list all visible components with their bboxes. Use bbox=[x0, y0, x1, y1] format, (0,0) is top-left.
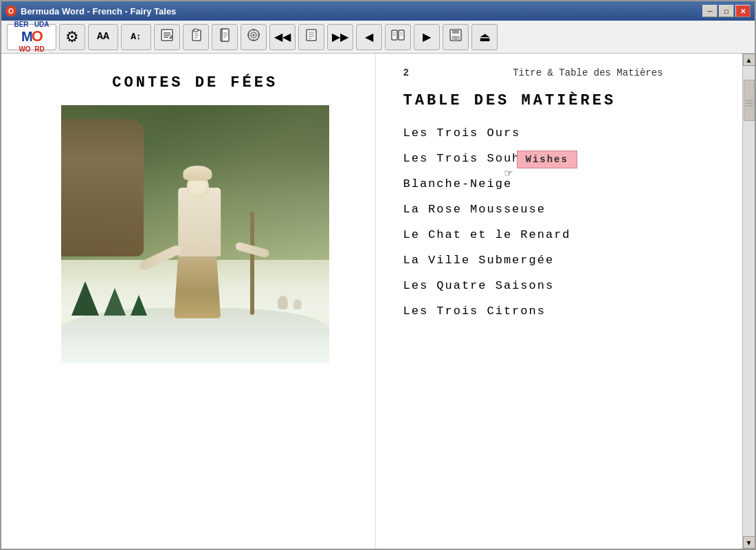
maximize-button[interactable]: □ bbox=[719, 5, 734, 17]
figure-hat bbox=[183, 166, 212, 181]
scroll-up-button[interactable]: ▲ bbox=[743, 54, 755, 66]
toolbar: BER UDA MO WO RD ⚙ AA A↕ bbox=[1, 21, 755, 54]
toc-item-6[interactable]: La Ville Submergée bbox=[403, 254, 722, 267]
scroll-grip-3 bbox=[746, 105, 753, 107]
fast-forward-icon: ▶▶ bbox=[332, 30, 348, 43]
toc-item-8[interactable]: Les Trois Citrons bbox=[403, 305, 722, 318]
font-larger-button[interactable]: AA bbox=[88, 24, 118, 50]
fast-forward-button[interactable]: ▶▶ bbox=[327, 24, 353, 50]
toc-item-label: Les Trois Ours bbox=[403, 126, 521, 140]
settings-button[interactable]: ⚙ bbox=[59, 24, 85, 50]
animal-figure-2 bbox=[293, 299, 302, 309]
clipboard-button[interactable] bbox=[183, 24, 209, 50]
clipboard-icon bbox=[188, 28, 203, 46]
target-icon bbox=[246, 28, 261, 46]
scrollbar: ▲ ▼ bbox=[742, 54, 755, 549]
cliff-left bbox=[61, 119, 144, 256]
logo-button[interactable]: BER UDA MO WO RD bbox=[7, 24, 56, 50]
minimize-button[interactable]: ─ bbox=[702, 5, 718, 17]
toc-item-4[interactable]: La Rose Mousseuse bbox=[403, 203, 722, 216]
svg-rect-35 bbox=[454, 37, 458, 40]
font-larger-icon: AA bbox=[97, 31, 109, 43]
notes-button[interactable] bbox=[298, 24, 324, 50]
painting bbox=[61, 105, 329, 363]
toc-item-3[interactable]: Blanche-Neige bbox=[403, 177, 722, 190]
notes-icon bbox=[304, 28, 319, 46]
edit-icon bbox=[159, 28, 175, 46]
cursor-hand-icon: ☞ bbox=[505, 166, 514, 181]
page-header-text: Titre & Table des Matières bbox=[513, 67, 663, 78]
document-icon bbox=[217, 28, 232, 46]
app-icon: O bbox=[5, 6, 16, 16]
snow-surface bbox=[61, 329, 329, 363]
save-icon bbox=[448, 28, 463, 46]
toc-item-7[interactable]: Les Quatre Saisons bbox=[403, 279, 722, 292]
gear-icon: ⚙ bbox=[65, 28, 79, 46]
font-smaller-icon: A↕ bbox=[131, 32, 142, 42]
content-wrapper: CONTES DE FÉES bbox=[1, 54, 742, 549]
back-icon: ◀ bbox=[365, 30, 373, 43]
titlebar: O Bermuda Word - French - Fairy Tales ─ … bbox=[1, 1, 755, 21]
toc-item-label: La Rose Mousseuse bbox=[403, 203, 546, 216]
save-button[interactable] bbox=[443, 24, 469, 50]
scroll-down-button[interactable]: ▼ bbox=[743, 536, 755, 549]
toc-item-5[interactable]: Le Chat et le Renard bbox=[403, 228, 722, 241]
toc-item-label: La Ville Submergée bbox=[403, 254, 555, 267]
book-cover-image bbox=[61, 105, 329, 363]
scroll-grip-2 bbox=[746, 102, 753, 104]
scroll-track[interactable] bbox=[743, 66, 755, 536]
page-header: 2 Titre & Table des Matières bbox=[403, 67, 722, 78]
page-number: 2 bbox=[403, 67, 409, 78]
page-right: 2 Titre & Table des Matières TABLE DES M… bbox=[376, 54, 743, 549]
book-view-icon bbox=[390, 28, 405, 46]
toc-item-label: Les Trois Citrons bbox=[403, 305, 546, 318]
forward-button[interactable]: ▶ bbox=[414, 24, 440, 50]
rewind-icon: ◀◀ bbox=[274, 30, 291, 43]
book-view-button[interactable] bbox=[385, 24, 411, 50]
tree-group bbox=[71, 281, 147, 318]
page-left: CONTES DE FÉES bbox=[1, 54, 376, 549]
eject-icon: ⏏ bbox=[479, 30, 491, 45]
edit-button[interactable] bbox=[154, 24, 180, 50]
translation-tooltip: Wishes bbox=[517, 151, 577, 168]
toc-item-label: Le Chat et le Renard bbox=[403, 228, 571, 241]
svg-rect-5 bbox=[194, 29, 198, 32]
scroll-grip-1 bbox=[746, 100, 753, 101]
window-title: Bermuda Word - French - Fairy Tales bbox=[21, 6, 698, 16]
toc-item-2[interactable]: Les Trois Souhaits ☞ Wishes bbox=[403, 152, 722, 165]
figure-staff bbox=[250, 212, 254, 315]
font-smaller-button[interactable]: A↕ bbox=[121, 24, 151, 50]
toc-title: TABLE DES MATIÈRES bbox=[403, 92, 722, 109]
toc-item-label: Les Quatre Saisons bbox=[403, 279, 555, 292]
figure-coat-upper bbox=[178, 188, 221, 256]
scroll-thumb[interactable] bbox=[744, 80, 755, 121]
svg-rect-21 bbox=[307, 30, 316, 41]
toc-item-1[interactable]: Les Trois Ours bbox=[403, 126, 722, 140]
svg-rect-33 bbox=[452, 30, 459, 34]
book-title: CONTES DE FÉES bbox=[112, 74, 278, 91]
animal-figure bbox=[278, 296, 288, 309]
rewind-button[interactable]: ◀◀ bbox=[269, 24, 296, 50]
window-controls: ─ □ ✕ bbox=[702, 5, 751, 17]
main-area: CONTES DE FÉES bbox=[1, 54, 755, 549]
svg-point-16 bbox=[253, 34, 255, 36]
document-view: CONTES DE FÉES bbox=[1, 54, 742, 549]
close-button[interactable]: ✕ bbox=[735, 5, 751, 17]
toc-item-label: Blanche-Neige bbox=[403, 177, 513, 190]
app-window: O Bermuda Word - French - Fairy Tales ─ … bbox=[0, 0, 756, 550]
back-button[interactable]: ◀ bbox=[356, 24, 382, 50]
document-button[interactable] bbox=[212, 24, 238, 50]
forward-icon: ▶ bbox=[423, 30, 431, 43]
target-button[interactable] bbox=[241, 24, 267, 50]
eject-button[interactable]: ⏏ bbox=[471, 24, 498, 50]
